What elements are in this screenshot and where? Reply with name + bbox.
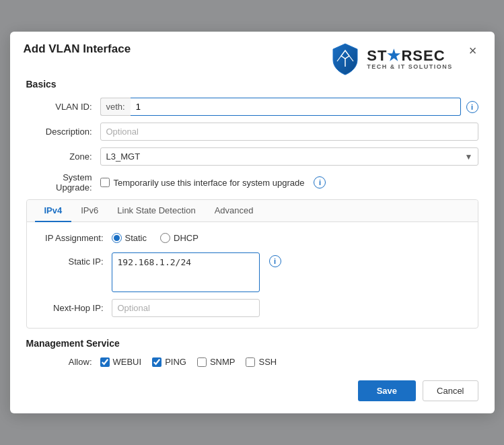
ip-assignment-radio-group: Static DHCP bbox=[112, 233, 199, 243]
logo-tagline: TECH & IT SOLUTIONS bbox=[367, 64, 453, 71]
system-upgrade-label: System Upgrade: bbox=[26, 172, 100, 193]
logo-text: ST★RSEC TECH & IT SOLUTIONS bbox=[367, 48, 453, 71]
ping-checkbox[interactable] bbox=[152, 357, 161, 367]
static-radio[interactable] bbox=[112, 233, 122, 243]
ping-label: PING bbox=[165, 357, 186, 367]
tab-advanced[interactable]: Advanced bbox=[205, 200, 263, 222]
logo-name: ST★RSEC bbox=[367, 48, 453, 64]
static-ip-row: Static IP: 192.168.1.2/24 i bbox=[38, 252, 467, 292]
vlan-id-info-icon[interactable]: i bbox=[466, 101, 478, 113]
vlan-id-row: VLAN ID: veth: i bbox=[26, 98, 478, 116]
ip-assignment-row: IP Assignment: Static DHCP bbox=[38, 233, 467, 243]
modal-overlay: Add VLAN Interface bbox=[0, 0, 504, 445]
ssh-checkbox[interactable] bbox=[246, 357, 255, 367]
static-radio-option[interactable]: Static bbox=[112, 233, 147, 243]
modal-footer: Save Cancel bbox=[10, 374, 495, 413]
tab-content-ipv4: IP Assignment: Static DHCP bbox=[27, 222, 478, 328]
system-upgrade-row: System Upgrade: Temporarily use this int… bbox=[26, 172, 478, 193]
description-input[interactable] bbox=[100, 123, 478, 141]
static-ip-label: Static IP: bbox=[38, 252, 112, 267]
system-upgrade-checkbox-row: Temporarily use this interface for syste… bbox=[100, 176, 326, 189]
modal-title: Add VLAN Interface bbox=[24, 42, 131, 56]
tab-ipv6[interactable]: IPv6 bbox=[71, 200, 108, 222]
ssh-checkbox-item: SSH bbox=[246, 357, 277, 367]
snmp-label: SNMP bbox=[210, 357, 236, 367]
basics-section-title: Basics bbox=[26, 79, 478, 90]
vlan-id-input[interactable] bbox=[131, 98, 461, 116]
zone-row: Zone: L3_MGT L3_TRUST L3_UNTRUST ▼ bbox=[26, 147, 478, 166]
ssh-label: SSH bbox=[258, 357, 277, 367]
description-row: Description: bbox=[26, 123, 478, 141]
system-upgrade-checkbox-label: Temporarily use this interface for syste… bbox=[114, 178, 305, 188]
save-button[interactable]: Save bbox=[358, 380, 416, 401]
nexthop-input[interactable] bbox=[112, 299, 260, 317]
snmp-checkbox-item: SNMP bbox=[197, 357, 236, 367]
zone-select[interactable]: L3_MGT L3_TRUST L3_UNTRUST bbox=[100, 147, 478, 166]
webui-checkbox-item: WEBUI bbox=[100, 357, 142, 367]
static-ip-info-icon[interactable]: i bbox=[269, 255, 281, 267]
static-radio-label: Static bbox=[125, 233, 147, 243]
dhcp-radio-option[interactable]: DHCP bbox=[160, 233, 199, 243]
dhcp-radio[interactable] bbox=[160, 233, 170, 243]
management-section: Management Service Allow: WEBUI PING bbox=[26, 338, 478, 367]
tab-panel: IPv4 IPv6 Link State Detection Advanced … bbox=[26, 199, 478, 329]
modal-header: Add VLAN Interface bbox=[10, 32, 495, 76]
vlan-prefix: veth: bbox=[100, 98, 131, 116]
nexthop-label: Next-Hop IP: bbox=[38, 303, 112, 313]
modal: Add VLAN Interface bbox=[10, 32, 495, 413]
close-button[interactable]: × bbox=[465, 42, 481, 59]
vlan-id-wrapper: veth: bbox=[100, 98, 461, 116]
system-upgrade-info-icon[interactable]: i bbox=[314, 176, 326, 189]
zone-select-wrapper: L3_MGT L3_TRUST L3_UNTRUST ▼ bbox=[100, 147, 478, 166]
static-ip-input[interactable]: 192.168.1.2/24 bbox=[112, 252, 260, 292]
management-checkbox-group: WEBUI PING SNMP SSH bbox=[100, 357, 277, 367]
zone-label: Zone: bbox=[26, 151, 100, 162]
logo-shield-icon bbox=[330, 42, 360, 76]
allow-row: Allow: WEBUI PING SNMP bbox=[26, 357, 478, 367]
nexthop-row: Next-Hop IP: bbox=[38, 299, 467, 317]
ip-assignment-label: IP Assignment: bbox=[38, 233, 112, 243]
allow-label: Allow: bbox=[26, 357, 100, 367]
description-label: Description: bbox=[26, 127, 100, 137]
management-section-title: Management Service bbox=[26, 338, 478, 349]
ping-checkbox-item: PING bbox=[152, 357, 186, 367]
tab-link-state[interactable]: Link State Detection bbox=[108, 200, 205, 222]
webui-label: WEBUI bbox=[113, 357, 142, 367]
dhcp-radio-label: DHCP bbox=[174, 233, 199, 243]
snmp-checkbox[interactable] bbox=[197, 357, 207, 367]
vlan-id-label: VLAN ID: bbox=[26, 102, 100, 112]
tab-bar: IPv4 IPv6 Link State Detection Advanced bbox=[27, 200, 478, 222]
modal-body: Basics VLAN ID: veth: i Description: Zon… bbox=[10, 79, 495, 374]
webui-checkbox[interactable] bbox=[100, 357, 110, 367]
logo-star: ★ bbox=[387, 47, 401, 64]
cancel-button[interactable]: Cancel bbox=[423, 380, 478, 401]
system-upgrade-checkbox[interactable] bbox=[100, 178, 110, 187]
tab-ipv4[interactable]: IPv4 bbox=[35, 200, 72, 222]
logo: ST★RSEC TECH & IT SOLUTIONS bbox=[330, 42, 453, 76]
